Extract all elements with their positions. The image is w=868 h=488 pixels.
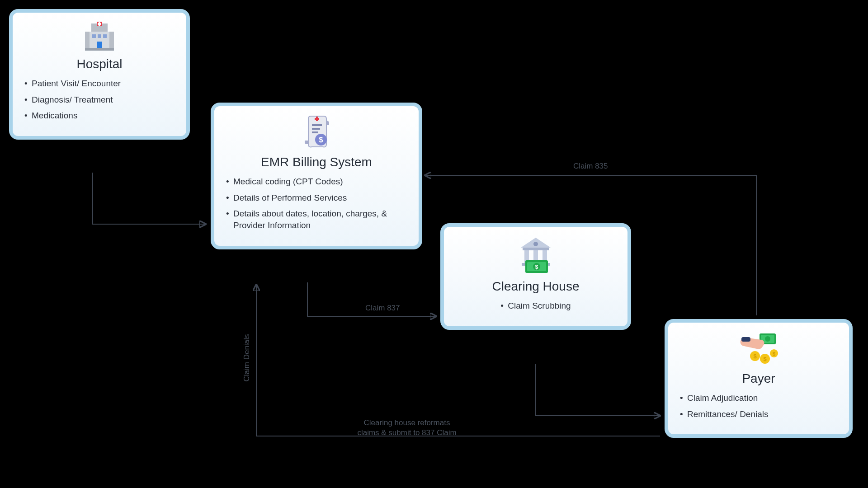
list-item: Medications: [24, 110, 175, 122]
node-title: Payer: [680, 371, 837, 386]
node-title: Clearing House: [456, 279, 616, 294]
edge-label-claim837: Claim 837: [365, 304, 400, 313]
svg-rect-5: [85, 32, 90, 50]
svg-rect-3: [98, 23, 101, 25]
svg-text:$: $: [753, 353, 757, 360]
svg-text:$: $: [763, 356, 767, 362]
list-item: Details of Performed Services: [226, 192, 407, 204]
edge-label-claimdenials: Claim Denials: [242, 334, 251, 382]
list-item: Details about dates, location, charges, …: [226, 208, 407, 231]
edge-label-reformat-2: claims & submit to 837 Claim: [326, 428, 488, 437]
payer-icon: $ $ $: [680, 331, 837, 368]
list-item: Claim Adjudication: [680, 392, 837, 404]
svg-rect-8: [98, 34, 101, 38]
clearinghouse-icon: $: [456, 235, 616, 276]
node-items: Claim Scrubbing: [456, 300, 616, 316]
svg-rect-6: [109, 32, 114, 50]
svg-text:$: $: [319, 136, 323, 144]
node-payer: $ $ $ Payer Claim Adjudication Remittanc…: [665, 319, 853, 438]
edge-label-reformat-1: Clearing house reformats: [326, 418, 488, 427]
node-items: Patient Visit/ Encounter Diagnosis/ Trea…: [24, 78, 175, 122]
edge-label-claim835: Claim 835: [573, 162, 608, 171]
list-item: Medical coding (CPT Codes): [226, 176, 407, 188]
svg-rect-20: [523, 248, 549, 250]
hospital-icon: [24, 21, 175, 53]
svg-rect-13: [316, 117, 318, 121]
flow-diagram: Hospital Patient Visit/ Encounter Diagno…: [0, 0, 868, 488]
svg-text:$: $: [773, 351, 775, 357]
svg-rect-9: [103, 34, 107, 38]
svg-rect-11: [85, 48, 114, 51]
node-clearing: $ Clearing House Claim Scrubbing: [440, 223, 631, 330]
svg-rect-15: [312, 128, 320, 130]
node-hospital: Hospital Patient Visit/ Encounter Diagno…: [9, 9, 190, 140]
list-item: Remittances/ Denials: [680, 408, 837, 420]
node-items: Medical coding (CPT Codes) Details of Pe…: [226, 176, 407, 231]
node-title: EMR Billing System: [226, 155, 407, 169]
node-title: Hospital: [24, 57, 175, 71]
node-emr: $ EMR Billing System Medical coding (CPT…: [211, 103, 422, 249]
list-item: Patient Visit/ Encounter: [24, 78, 175, 89]
svg-rect-33: [741, 337, 750, 342]
svg-text:$: $: [535, 264, 538, 270]
node-items: Claim Adjudication Remittances/ Denials: [680, 392, 837, 420]
svg-rect-16: [312, 131, 318, 133]
svg-point-25: [533, 242, 538, 246]
svg-point-32: [765, 336, 770, 342]
list-item: Claim Scrubbing: [500, 300, 571, 312]
svg-rect-7: [92, 34, 96, 38]
svg-rect-14: [312, 124, 322, 126]
list-item: Diagnosis/ Treatment: [24, 94, 175, 106]
billing-icon: $: [226, 114, 407, 151]
